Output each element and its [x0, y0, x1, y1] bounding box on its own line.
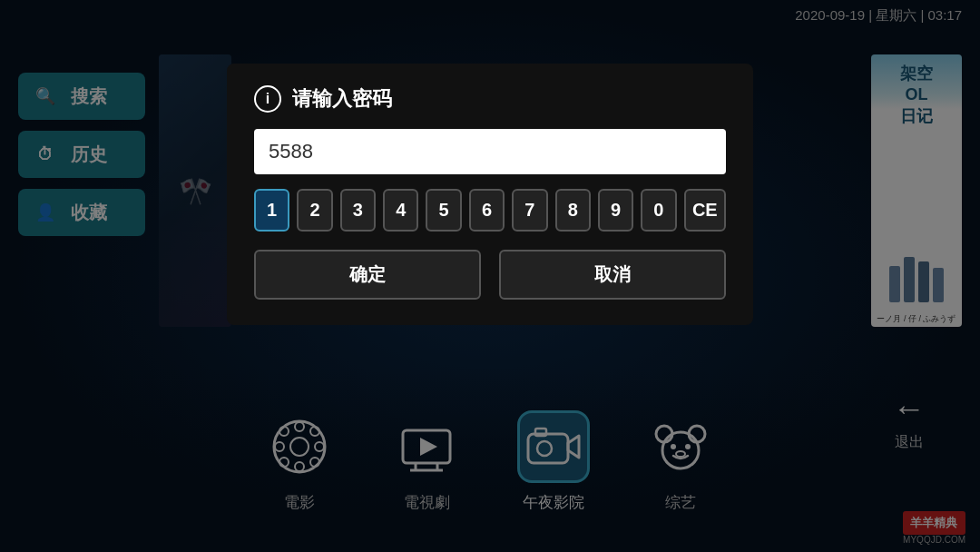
num-btn-7[interactable]: 7: [512, 189, 547, 232]
num-btn-6[interactable]: 6: [469, 189, 505, 232]
num-btn-3[interactable]: 3: [340, 189, 376, 232]
num-btn-4[interactable]: 4: [383, 189, 418, 232]
dialog-title-row: i 请输入密码: [254, 85, 726, 113]
dialog-buttons: 确定 取消: [254, 250, 726, 300]
num-btn-1[interactable]: 1: [254, 189, 289, 232]
info-icon: i: [254, 85, 281, 113]
password-dialog: i 请输入密码 1 2 3 4 5 6 7 8 9 0 CE 确定 取消: [227, 64, 753, 325]
num-btn-8[interactable]: 8: [555, 189, 591, 232]
num-btn-2[interactable]: 2: [297, 189, 332, 232]
numpad: 1 2 3 4 5 6 7 8 9 0 CE: [254, 189, 726, 232]
num-btn-9[interactable]: 9: [598, 189, 633, 232]
num-btn-0[interactable]: 0: [641, 189, 676, 232]
num-btn-5[interactable]: 5: [426, 189, 461, 232]
num-btn-ce[interactable]: CE: [684, 189, 726, 232]
dialog-title-text: 请输入密码: [292, 85, 392, 113]
dialog-overlay: i 请输入密码 1 2 3 4 5 6 7 8 9 0 CE 确定 取消: [0, 0, 980, 552]
password-input[interactable]: [254, 129, 726, 174]
confirm-button[interactable]: 确定: [254, 250, 481, 300]
cancel-button[interactable]: 取消: [499, 250, 726, 300]
